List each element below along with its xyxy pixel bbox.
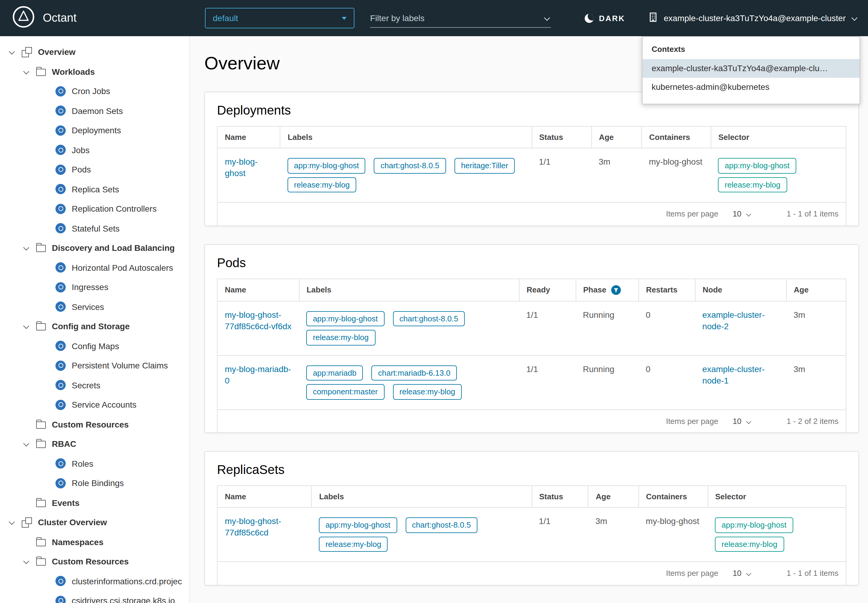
sidebar-group-custom-resources-cluster[interactable]: Custom Resources <box>0 552 189 571</box>
context-selector[interactable]: example-cluster-ka3TuTzYo4a@example-clus… <box>648 12 858 24</box>
sidebar-item-service-accounts[interactable]: Service Accounts <box>0 395 189 414</box>
node-link[interactable]: example-cluster-node-2 <box>702 310 765 331</box>
label-badge: component:master <box>306 384 384 400</box>
sidebar-item-stateful-sets[interactable]: Stateful Sets <box>0 219 189 238</box>
age-cell: 3m <box>592 148 642 202</box>
status-cell: 1/1 <box>532 508 588 562</box>
applications-icon <box>22 517 32 527</box>
chevron-down-icon <box>746 418 752 424</box>
pod-name-link[interactable]: my-blog-mariadb-0 <box>225 364 291 385</box>
context-option[interactable]: kubernetes-admin@kubernetes <box>643 78 860 96</box>
label-badge: chart:ghost-8.0.5 <box>393 311 465 326</box>
items-per-page-label: Items per page <box>666 209 718 219</box>
items-per-page-select[interactable]: 10 <box>733 209 752 219</box>
pod-name-link[interactable]: my-blog-ghost-77df85c6cd-vf6dx <box>225 310 292 331</box>
sidebar-item-cluster-overview[interactable]: Cluster Overview <box>0 513 189 532</box>
pagination-row: Items per page 10 1 - 1 of 1 items <box>217 202 846 225</box>
label-badge: chart:ghost-8.0.5 <box>374 158 446 173</box>
column-header-name[interactable]: Name <box>217 278 299 301</box>
selector-badge: release:my-blog <box>718 177 787 192</box>
daemon-sets-icon <box>56 106 66 116</box>
sidebar-item-label: Config and Storage <box>52 322 130 331</box>
sidebar-item-label: Ingresses <box>72 283 108 292</box>
filter-funnel-icon[interactable] <box>611 285 621 295</box>
sidebar-item-csidrivers[interactable]: csidrivers.csi.storage.k8s.io <box>0 591 189 603</box>
sidebar-group-config-and-storage[interactable]: Config and Storage <box>0 317 189 336</box>
age-cell: 3m <box>786 301 846 355</box>
sidebar-item-overview[interactable]: Overview <box>0 42 189 62</box>
stateful-sets-icon <box>56 223 66 233</box>
sidebar-item-label: Persistent Volume Claims <box>72 361 168 371</box>
context-option-selected[interactable]: example-cluster-ka3TuTzYo4a@example-clu… <box>643 59 860 78</box>
replicaset-name-link[interactable]: my-blog-ghost-77df85c6cd <box>225 516 281 538</box>
pods-table: Name Labels Ready Phase <box>217 278 846 432</box>
namespace-value: default <box>213 13 238 23</box>
sidebar-item-pods[interactable]: Pods <box>0 160 189 179</box>
replica-sets-icon <box>56 184 66 195</box>
items-per-page-select[interactable]: 10 <box>733 568 752 579</box>
sidebar-item-horizontal-pod-autoscalers[interactable]: Horizontal Pod Autoscalers <box>0 258 189 277</box>
containers-cell: my-blog-ghost <box>639 508 708 562</box>
sidebar-item-label: Horizontal Pod Autoscalers <box>72 263 173 272</box>
sidebar-group-custom-resources[interactable]: Custom Resources <box>0 414 189 434</box>
column-header-labels[interactable]: Labels <box>312 486 532 508</box>
sidebar-item-cron-jobs[interactable]: Cron Jobs <box>0 81 189 101</box>
sidebar-group-discovery-and-load-balancing[interactable]: Discovery and Load Balancing <box>0 238 189 258</box>
column-header-phase-label: Phase <box>583 285 606 294</box>
column-header-ready[interactable]: Ready <box>519 278 576 301</box>
sidebar-group-namespaces[interactable]: Namespaces <box>0 532 189 552</box>
table-row: my-blog-ghost-77df85c6cd app:my-blog-gho… <box>217 508 846 562</box>
sidebar-item-label: Role Bindings <box>72 478 124 488</box>
sidebar-group-rbac[interactable]: RBAC <box>0 434 189 454</box>
items-per-page-select[interactable]: 10 <box>733 416 752 427</box>
sidebar-item-roles[interactable]: Roles <box>0 454 189 473</box>
folder-icon <box>36 441 46 448</box>
sidebar-group-events[interactable]: Events <box>0 493 189 513</box>
sidebar-item-replication-controllers[interactable]: Replication Controllers <box>0 199 189 219</box>
column-header-age[interactable]: Age <box>786 278 846 301</box>
column-header-containers[interactable]: Containers <box>639 486 708 508</box>
column-header-age[interactable]: Age <box>588 486 639 508</box>
sidebar-item-config-maps[interactable]: Config Maps <box>0 336 189 356</box>
column-header-phase[interactable]: Phase <box>576 278 639 301</box>
namespace-selector[interactable]: default <box>205 8 354 28</box>
theme-toggle-button[interactable]: DARK <box>584 14 625 23</box>
sidebar-item-ingresses[interactable]: Ingresses <box>0 277 189 297</box>
column-header-name[interactable]: Name <box>217 486 312 508</box>
column-header-name[interactable]: Name <box>217 126 280 148</box>
column-header-node[interactable]: Node <box>695 278 786 301</box>
deployment-name-link[interactable]: my-blog-ghost <box>225 157 258 178</box>
node-link[interactable]: example-cluster-node-1 <box>702 364 765 385</box>
main-content: Overview Deployments Name Labels Status … <box>190 36 868 603</box>
column-header-containers[interactable]: Containers <box>642 126 710 148</box>
column-header-status[interactable]: Status <box>532 486 588 508</box>
sidebar-item-daemon-sets[interactable]: Daemon Sets <box>0 101 189 121</box>
sidebar-item-secrets[interactable]: Secrets <box>0 376 189 395</box>
sidebar-item-replica-sets[interactable]: Replica Sets <box>0 179 189 199</box>
label-badge: app:mariadb <box>306 365 363 380</box>
services-icon <box>56 302 66 312</box>
chevron-down-icon <box>8 519 15 526</box>
sidebar-item-role-bindings[interactable]: Role Bindings <box>0 473 189 493</box>
sidebar-group-workloads[interactable]: Workloads <box>0 62 189 81</box>
column-header-labels[interactable]: Labels <box>299 278 519 301</box>
sidebar-item-deployments[interactable]: Deployments <box>0 121 189 140</box>
column-header-restarts[interactable]: Restarts <box>639 278 695 301</box>
column-header-selector[interactable]: Selector <box>710 126 846 148</box>
cluster-building-icon <box>648 12 658 24</box>
sidebar-item-clusterinformations[interactable]: clusterinformations.crd.projec <box>0 571 189 591</box>
restarts-cell: 0 <box>639 355 695 410</box>
column-header-age[interactable]: Age <box>592 126 642 148</box>
pods-icon <box>56 165 66 175</box>
sidebar-item-jobs[interactable]: Jobs <box>0 140 189 160</box>
chevron-down-icon[interactable] <box>544 14 551 22</box>
column-header-status[interactable]: Status <box>532 126 592 148</box>
sidebar-item-services[interactable]: Services <box>0 297 189 317</box>
context-label: example-cluster-ka3TuTzYo4a@example-clus… <box>664 13 846 23</box>
ready-cell: 1/1 <box>519 355 576 410</box>
column-header-selector[interactable]: Selector <box>708 486 846 508</box>
label-filter-input[interactable] <box>370 13 544 23</box>
column-header-labels[interactable]: Labels <box>280 126 532 148</box>
deployments-card: Deployments Name Labels Status Age Conta… <box>204 92 859 226</box>
sidebar-item-persistent-volume-claims[interactable]: Persistent Volume Claims <box>0 356 189 376</box>
